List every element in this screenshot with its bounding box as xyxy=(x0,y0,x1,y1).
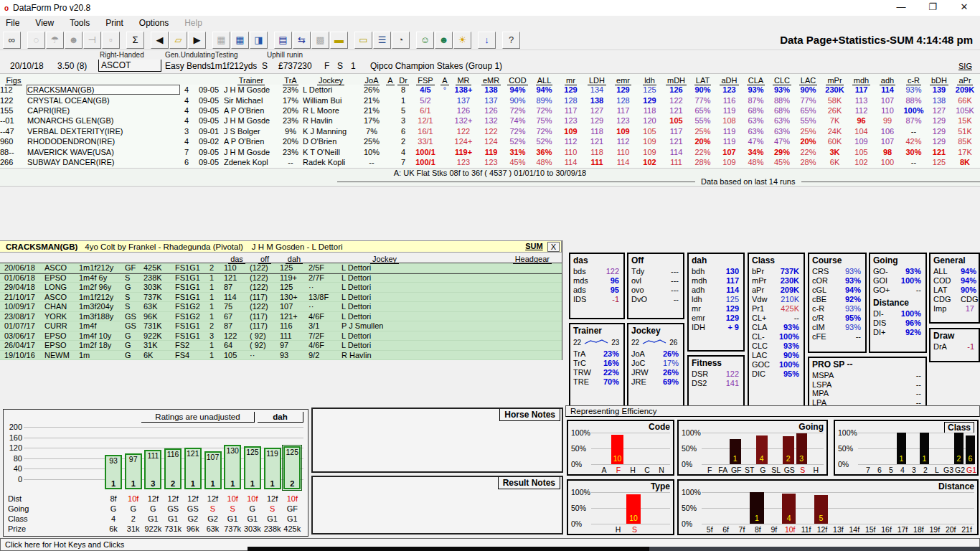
chart-title-code[interactable]: Code xyxy=(649,422,670,432)
rating-bar[interactable]: 1251 xyxy=(244,446,261,489)
history-row[interactable]: 19/10/16NEWM1mG6KFS41105··939/2R Havlin xyxy=(0,351,562,361)
history-row[interactable]: 01/06/18EPSO1m4f 6yS238KFS1G11121(122)11… xyxy=(0,273,562,283)
chart-title-type[interactable]: Type xyxy=(651,481,670,491)
runner-row[interactable]: 266SUBWAY DANCER(IRE)609-05Zdenek Kopl--… xyxy=(0,157,980,167)
efficiency-bar[interactable]: 5 xyxy=(814,495,828,524)
runner-row[interactable]: 112CRACKSMAN(GB)409-05J H M Gosde23%L De… xyxy=(0,85,980,95)
col-header-aPr[interactable]: aPr xyxy=(951,76,979,85)
efficiency-bar[interactable]: 6 xyxy=(966,435,975,464)
col-header-ldh[interactable]: ldh xyxy=(636,76,663,85)
maximize-button[interactable]: ❐ xyxy=(917,0,948,16)
col-header-CLC[interactable]: CLC xyxy=(769,76,795,85)
chart-title-going[interactable]: Going xyxy=(798,422,824,432)
panel-close-button[interactable]: X xyxy=(547,242,560,252)
col-header-Figs[interactable]: Figs xyxy=(0,76,27,85)
rating-bar[interactable]: 1191 xyxy=(264,448,281,489)
menu-options[interactable]: Options xyxy=(139,18,169,28)
menu-tools[interactable]: Tools xyxy=(70,18,90,28)
menu-file[interactable]: File xyxy=(6,18,19,28)
rows-button[interactable]: ▤ xyxy=(274,32,292,49)
runner-row[interactable]: --47VERBAL DEXTERITY(IRE)309-01J S Bolge… xyxy=(0,126,980,136)
sigma-button[interactable]: Σ xyxy=(126,32,144,49)
col-header-JoA[interactable]: JoA xyxy=(359,76,385,85)
ratings-unadjusted-button[interactable]: Ratings are unadjusted xyxy=(141,412,255,423)
col-header-COD[interactable]: COD xyxy=(504,76,531,85)
efficiency-bar[interactable]: 1 xyxy=(897,433,906,464)
rating-bar[interactable]: 1113 xyxy=(144,450,161,489)
col-header-Trainer[interactable]: Trainer xyxy=(224,76,278,85)
history-col-header[interactable]: off xyxy=(250,255,280,263)
stopwatch-button[interactable]: ◔ xyxy=(392,32,410,49)
table-button[interactable]: ▦ xyxy=(231,32,249,49)
history-row[interactable]: 03/06/17EPSO1m4f 10yG922KFS1G13122( 92)1… xyxy=(0,331,562,342)
user-button[interactable]: ☺ xyxy=(416,32,434,49)
binoculars-button[interactable]: ∞ xyxy=(3,32,21,49)
note-button[interactable]: ▬ xyxy=(330,32,348,49)
open-folder-button[interactable]: ▱ xyxy=(169,32,187,49)
bulb-button[interactable]: ☀ xyxy=(453,32,471,49)
col-header-mDH[interactable]: mDH xyxy=(663,76,689,85)
col-header-ALL[interactable]: ALL xyxy=(531,76,557,85)
runner-row[interactable]: 155CAPRI(IRE)409-05A P O'Brien20%R L Moo… xyxy=(0,105,980,116)
download-button[interactable]: ↓ xyxy=(478,32,496,49)
col-header-emr[interactable]: emr xyxy=(610,76,636,85)
col-header-aDH[interactable]: aDH xyxy=(716,76,743,85)
col-header-FSP[interactable]: FSP xyxy=(410,76,440,85)
col-header-mr[interactable]: mr xyxy=(557,76,584,85)
menu-print[interactable]: Print xyxy=(105,18,123,28)
col-header-mPr[interactable]: mPr xyxy=(821,76,848,85)
efficiency-bar[interactable]: 1 xyxy=(920,433,929,464)
col-header-mdh[interactable]: mdh xyxy=(848,76,875,85)
history-row[interactable]: 10/09/17CHAN1m3f204yS63KFS1G2175(122)107… xyxy=(0,302,562,312)
help-button[interactable]: ? xyxy=(502,32,520,49)
history-headgear-header[interactable]: Headgear xyxy=(428,255,562,263)
efficiency-bar[interactable]: 4 xyxy=(756,435,768,464)
history-col-header[interactable]: dah xyxy=(280,255,308,263)
col-header-bDH[interactable]: bDH xyxy=(927,76,951,85)
col-header-MR[interactable]: MR xyxy=(449,76,478,85)
col-header-LAT[interactable]: LAT xyxy=(689,76,716,85)
col-header-c-R[interactable]: c-R xyxy=(900,76,927,85)
resize-button[interactable]: ⇆ xyxy=(293,32,311,49)
rating-bar[interactable]: 1162 xyxy=(164,448,182,489)
col-header-TrA[interactable]: TrA xyxy=(278,76,303,85)
folder-button[interactable]: ▭ xyxy=(354,32,372,49)
efficiency-bar[interactable]: 4 xyxy=(782,494,796,524)
history-row[interactable]: 01/07/17CURR1m4fGS731KFS1G1287(117)1163/… xyxy=(0,321,562,331)
close-button[interactable]: ✕ xyxy=(948,0,980,16)
col-header-Jockey[interactable]: Jockey xyxy=(303,76,359,85)
sum-button[interactable]: SUM xyxy=(525,242,542,252)
history-row[interactable]: 23/08/17YORK1m3f188yGS96KFS1G2167(117)12… xyxy=(0,312,562,322)
history-row[interactable]: 26/04/17EPSO1m2f 18yG31KFS2164( 92)974/6… xyxy=(0,341,562,351)
menu-help[interactable]: Help xyxy=(184,18,202,28)
history-row[interactable]: 21/10/17ASCO1m1f212yS737KFS1G11114(117)1… xyxy=(0,293,562,303)
history-row[interactable]: 29/04/18LONG1m2f 96yG303KFS1G1187(122)12… xyxy=(0,283,562,293)
minimize-button[interactable]: — xyxy=(885,0,917,16)
efficiency-bar[interactable]: 10 xyxy=(626,494,641,524)
efficiency-bar[interactable]: 2 xyxy=(954,433,963,464)
history-col-header[interactable]: das xyxy=(224,255,250,263)
horse-notes-box[interactable]: Horse Notes xyxy=(311,408,563,473)
col-header-LDH[interactable]: LDH xyxy=(584,76,610,85)
runner-row[interactable]: 122CRYSTAL OCEAN(GB)409-05Sir Michael17%… xyxy=(0,95,980,105)
users-button[interactable]: ☻ xyxy=(435,32,453,49)
chart-title-class[interactable]: Class xyxy=(944,422,974,433)
list-button[interactable]: ☰ xyxy=(373,32,391,49)
chart-title-distance[interactable]: Distance xyxy=(938,481,974,491)
runner-row[interactable]: 88--MAVERICK WAVE(USA)709-05J H M Gosde2… xyxy=(0,146,980,156)
result-notes-box[interactable]: Result Notes xyxy=(311,476,563,534)
rating-bar[interactable]: 1252 xyxy=(283,446,301,489)
rating-bar[interactable]: 931 xyxy=(105,455,122,489)
efficiency-bar[interactable]: 2 xyxy=(783,436,794,464)
ratings-series-button[interactable]: dah xyxy=(258,412,303,423)
result-notes-button[interactable]: Result Notes xyxy=(498,477,560,489)
course-field[interactable]: ASCOT xyxy=(98,60,161,72)
rating-bar[interactable]: 1211 xyxy=(184,448,202,489)
col-header-A[interactable]: A xyxy=(385,76,396,85)
col-header-CLA[interactable]: CLA xyxy=(743,76,769,85)
horse-notes-button[interactable]: Horse Notes xyxy=(499,409,560,421)
rating-bar[interactable]: 1071 xyxy=(204,451,222,489)
efficiency-bar[interactable]: 3 xyxy=(796,433,808,464)
compare-button[interactable]: ◨ xyxy=(250,32,268,49)
sig-link[interactable]: SIG xyxy=(958,62,972,70)
